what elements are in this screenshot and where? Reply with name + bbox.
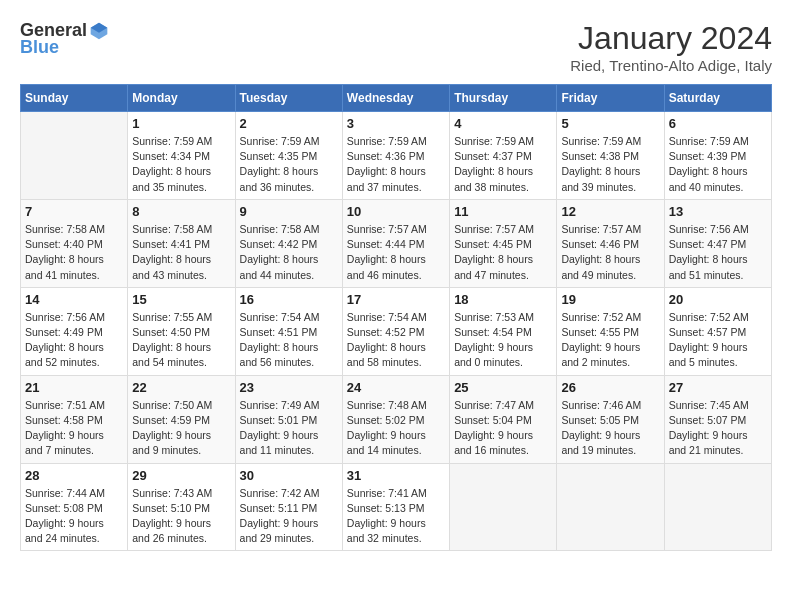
day-number: 6 — [669, 116, 767, 131]
day-number: 15 — [132, 292, 230, 307]
calendar-cell: 11Sunrise: 7:57 AMSunset: 4:45 PMDayligh… — [450, 199, 557, 287]
day-info: Sunrise: 7:52 AMSunset: 4:57 PMDaylight:… — [669, 310, 767, 371]
calendar-cell: 1Sunrise: 7:59 AMSunset: 4:34 PMDaylight… — [128, 112, 235, 200]
day-number: 23 — [240, 380, 338, 395]
calendar-cell: 16Sunrise: 7:54 AMSunset: 4:51 PMDayligh… — [235, 287, 342, 375]
calendar-cell: 29Sunrise: 7:43 AMSunset: 5:10 PMDayligh… — [128, 463, 235, 551]
day-info: Sunrise: 7:52 AMSunset: 4:55 PMDaylight:… — [561, 310, 659, 371]
page-header: General Blue January 2024 Ried, Trentino… — [20, 20, 772, 74]
day-info: Sunrise: 7:45 AMSunset: 5:07 PMDaylight:… — [669, 398, 767, 459]
calendar-cell: 5Sunrise: 7:59 AMSunset: 4:38 PMDaylight… — [557, 112, 664, 200]
day-number: 12 — [561, 204, 659, 219]
day-number: 29 — [132, 468, 230, 483]
weekday-header: Tuesday — [235, 85, 342, 112]
calendar-cell: 12Sunrise: 7:57 AMSunset: 4:46 PMDayligh… — [557, 199, 664, 287]
day-number: 7 — [25, 204, 123, 219]
calendar-week-row: 7Sunrise: 7:58 AMSunset: 4:40 PMDaylight… — [21, 199, 772, 287]
calendar-cell: 17Sunrise: 7:54 AMSunset: 4:52 PMDayligh… — [342, 287, 449, 375]
day-number: 9 — [240, 204, 338, 219]
calendar-cell: 28Sunrise: 7:44 AMSunset: 5:08 PMDayligh… — [21, 463, 128, 551]
day-number: 31 — [347, 468, 445, 483]
day-info: Sunrise: 7:57 AMSunset: 4:44 PMDaylight:… — [347, 222, 445, 283]
calendar-cell: 13Sunrise: 7:56 AMSunset: 4:47 PMDayligh… — [664, 199, 771, 287]
day-info: Sunrise: 7:56 AMSunset: 4:47 PMDaylight:… — [669, 222, 767, 283]
day-info: Sunrise: 7:57 AMSunset: 4:45 PMDaylight:… — [454, 222, 552, 283]
main-title: January 2024 — [570, 20, 772, 57]
day-number: 20 — [669, 292, 767, 307]
day-info: Sunrise: 7:54 AMSunset: 4:52 PMDaylight:… — [347, 310, 445, 371]
day-info: Sunrise: 7:56 AMSunset: 4:49 PMDaylight:… — [25, 310, 123, 371]
calendar-cell: 6Sunrise: 7:59 AMSunset: 4:39 PMDaylight… — [664, 112, 771, 200]
day-number: 28 — [25, 468, 123, 483]
day-number: 13 — [669, 204, 767, 219]
day-info: Sunrise: 7:41 AMSunset: 5:13 PMDaylight:… — [347, 486, 445, 547]
day-info: Sunrise: 7:58 AMSunset: 4:40 PMDaylight:… — [25, 222, 123, 283]
day-number: 1 — [132, 116, 230, 131]
day-number: 25 — [454, 380, 552, 395]
day-info: Sunrise: 7:51 AMSunset: 4:58 PMDaylight:… — [25, 398, 123, 459]
day-number: 3 — [347, 116, 445, 131]
logo: General Blue — [20, 20, 109, 58]
day-number: 18 — [454, 292, 552, 307]
day-info: Sunrise: 7:59 AMSunset: 4:36 PMDaylight:… — [347, 134, 445, 195]
day-number: 14 — [25, 292, 123, 307]
day-info: Sunrise: 7:59 AMSunset: 4:39 PMDaylight:… — [669, 134, 767, 195]
logo-blue: Blue — [20, 37, 59, 58]
calendar-cell: 23Sunrise: 7:49 AMSunset: 5:01 PMDayligh… — [235, 375, 342, 463]
calendar-cell: 2Sunrise: 7:59 AMSunset: 4:35 PMDaylight… — [235, 112, 342, 200]
calendar-table: SundayMondayTuesdayWednesdayThursdayFrid… — [20, 84, 772, 551]
day-info: Sunrise: 7:59 AMSunset: 4:35 PMDaylight:… — [240, 134, 338, 195]
calendar-cell: 26Sunrise: 7:46 AMSunset: 5:05 PMDayligh… — [557, 375, 664, 463]
calendar-cell: 20Sunrise: 7:52 AMSunset: 4:57 PMDayligh… — [664, 287, 771, 375]
calendar-cell: 21Sunrise: 7:51 AMSunset: 4:58 PMDayligh… — [21, 375, 128, 463]
weekday-header: Monday — [128, 85, 235, 112]
calendar-cell — [450, 463, 557, 551]
calendar-cell: 9Sunrise: 7:58 AMSunset: 4:42 PMDaylight… — [235, 199, 342, 287]
day-info: Sunrise: 7:55 AMSunset: 4:50 PMDaylight:… — [132, 310, 230, 371]
weekday-header: Wednesday — [342, 85, 449, 112]
weekday-header: Friday — [557, 85, 664, 112]
calendar-cell — [557, 463, 664, 551]
day-info: Sunrise: 7:50 AMSunset: 4:59 PMDaylight:… — [132, 398, 230, 459]
subtitle: Ried, Trentino-Alto Adige, Italy — [570, 57, 772, 74]
day-number: 4 — [454, 116, 552, 131]
calendar-cell: 18Sunrise: 7:53 AMSunset: 4:54 PMDayligh… — [450, 287, 557, 375]
day-info: Sunrise: 7:59 AMSunset: 4:37 PMDaylight:… — [454, 134, 552, 195]
weekday-header: Saturday — [664, 85, 771, 112]
calendar-cell: 27Sunrise: 7:45 AMSunset: 5:07 PMDayligh… — [664, 375, 771, 463]
calendar-cell: 30Sunrise: 7:42 AMSunset: 5:11 PMDayligh… — [235, 463, 342, 551]
calendar-cell: 4Sunrise: 7:59 AMSunset: 4:37 PMDaylight… — [450, 112, 557, 200]
calendar-cell: 22Sunrise: 7:50 AMSunset: 4:59 PMDayligh… — [128, 375, 235, 463]
day-number: 5 — [561, 116, 659, 131]
calendar-cell: 31Sunrise: 7:41 AMSunset: 5:13 PMDayligh… — [342, 463, 449, 551]
day-info: Sunrise: 7:42 AMSunset: 5:11 PMDaylight:… — [240, 486, 338, 547]
day-info: Sunrise: 7:58 AMSunset: 4:42 PMDaylight:… — [240, 222, 338, 283]
calendar-week-row: 1Sunrise: 7:59 AMSunset: 4:34 PMDaylight… — [21, 112, 772, 200]
calendar-cell: 14Sunrise: 7:56 AMSunset: 4:49 PMDayligh… — [21, 287, 128, 375]
day-number: 11 — [454, 204, 552, 219]
day-number: 26 — [561, 380, 659, 395]
calendar-week-row: 28Sunrise: 7:44 AMSunset: 5:08 PMDayligh… — [21, 463, 772, 551]
calendar-cell: 3Sunrise: 7:59 AMSunset: 4:36 PMDaylight… — [342, 112, 449, 200]
day-number: 21 — [25, 380, 123, 395]
calendar-cell — [664, 463, 771, 551]
day-info: Sunrise: 7:46 AMSunset: 5:05 PMDaylight:… — [561, 398, 659, 459]
calendar-cell — [21, 112, 128, 200]
day-info: Sunrise: 7:54 AMSunset: 4:51 PMDaylight:… — [240, 310, 338, 371]
logo-icon — [89, 21, 109, 41]
day-info: Sunrise: 7:43 AMSunset: 5:10 PMDaylight:… — [132, 486, 230, 547]
day-number: 10 — [347, 204, 445, 219]
weekday-header: Thursday — [450, 85, 557, 112]
day-number: 22 — [132, 380, 230, 395]
title-block: January 2024 Ried, Trentino-Alto Adige, … — [570, 20, 772, 74]
calendar-cell: 10Sunrise: 7:57 AMSunset: 4:44 PMDayligh… — [342, 199, 449, 287]
day-info: Sunrise: 7:58 AMSunset: 4:41 PMDaylight:… — [132, 222, 230, 283]
day-number: 24 — [347, 380, 445, 395]
day-number: 16 — [240, 292, 338, 307]
calendar-cell: 7Sunrise: 7:58 AMSunset: 4:40 PMDaylight… — [21, 199, 128, 287]
day-info: Sunrise: 7:48 AMSunset: 5:02 PMDaylight:… — [347, 398, 445, 459]
day-number: 17 — [347, 292, 445, 307]
day-info: Sunrise: 7:53 AMSunset: 4:54 PMDaylight:… — [454, 310, 552, 371]
day-number: 27 — [669, 380, 767, 395]
weekday-header-row: SundayMondayTuesdayWednesdayThursdayFrid… — [21, 85, 772, 112]
